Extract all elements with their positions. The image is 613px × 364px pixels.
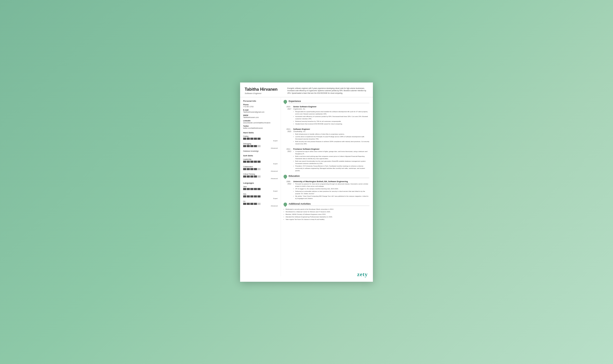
entry-company-2: Cloudwallop, Inc.	[293, 131, 369, 132]
bullet-item: Built security into new product features…	[293, 140, 369, 145]
candidate-title: Software Engineer	[245, 92, 284, 95]
bullet-item: President, XYZ University Young Women in…	[293, 165, 369, 172]
left-column: Personal Info Phone 773-457-2703 E-mail …	[240, 97, 281, 276]
right-column: Experience 2015 -2017 Senior Software En…	[281, 97, 373, 276]
skill-bar-filled	[250, 138, 253, 140]
www-value: TabithaHirvanen.com	[243, 116, 278, 118]
bullet-item: My article, "How Cloud Computing Will Ch…	[293, 195, 369, 200]
bullet-item: Pursued my passion for Java server progr…	[293, 183, 369, 187]
skill-sql: SQL Expert	[243, 193, 278, 199]
edu-title-1: University of Washington Bothell, BA, So…	[293, 180, 369, 183]
hard-skills-title: Hard Skills	[243, 132, 278, 134]
entry-dates-2: 2013 -2015	[284, 128, 291, 145]
page-wrapper: Tabitha Hirvanen Software Engineer Energ…	[128, 18, 485, 346]
bullet-item: Led the drive to implement the Principle…	[293, 136, 369, 140]
candidate-summary: Energetic software engineer with 5 years…	[287, 87, 368, 95]
entry-title-3: Freelance Software Engineer	[293, 148, 369, 150]
education-heading: Education	[289, 175, 369, 178]
edu-dates-1: 2008 -2012	[284, 180, 291, 200]
entry-content-1: Senior Software Engineer Cryptoconic, In…	[293, 105, 369, 125]
experience-icon	[283, 99, 288, 104]
bullet-item: VP of Jugger-Is, the campus machine lear…	[293, 188, 369, 190]
education-icon	[283, 174, 288, 179]
skill-java: Java Expert	[243, 186, 278, 192]
entry-content-3: Freelance Software Engineer Composed an …	[293, 148, 369, 172]
www-label: WWW	[243, 114, 278, 116]
skill-collaboration: Collaboration Advanced	[243, 166, 278, 172]
bullet-item: Take regular Tae Kwon Do classes to keep…	[284, 218, 369, 221]
bullet-item: Attended the Software Engineering Profes…	[284, 216, 369, 218]
bullet-item: Built new search functionality into the …	[293, 160, 369, 165]
soft-skills-title: Soft Skills	[243, 155, 278, 157]
entry-title-2: Software Engineer	[293, 128, 369, 130]
twitter-label: Twitter	[243, 125, 278, 127]
bullet-item: Headed team that received 2016 BOSSIE aw…	[293, 123, 369, 125]
skill-bar-filled	[257, 138, 261, 140]
languages-title: Languages	[243, 182, 278, 184]
twitter-value: twitter.com/tabithahirvanen	[243, 127, 278, 129]
linkedin-label: LinkedIn	[243, 120, 278, 122]
entry-bullets-2: Built infrastructure to handle millions …	[293, 133, 369, 145]
resume-document: Tabitha Hirvanen Software Engineer Energ…	[240, 83, 373, 282]
experience-entry-2: 2013 -2015 Software Engineer Cloudwallop…	[284, 128, 369, 145]
bullet-item: Increased code efficiency of customer po…	[293, 115, 369, 120]
skill-critical-thinking: Critical Thinking Advanced	[243, 173, 278, 179]
entry-dates-3: 2012 -2013	[284, 148, 291, 172]
additional-heading: Additional Activities	[289, 203, 369, 206]
bullet-item: Moderated a security panel at the Develo…	[284, 208, 369, 210]
phone-label: Phone	[243, 104, 278, 105]
entry-content-2: Software Engineer Cloudwallop, Inc. Buil…	[293, 128, 369, 145]
bullet-item: Reduced security breaches by 73% for all…	[293, 120, 369, 123]
bullet-item: Member, IAENG Society of Software Engine…	[284, 213, 369, 216]
skill-coding: Coding Expert	[243, 135, 278, 142]
header-left: Tabitha Hirvanen Software Engineer	[245, 87, 284, 95]
additional-icon	[283, 202, 288, 207]
experience-entry-3: 2012 -2013 Freelance Software Engineer C…	[284, 148, 369, 172]
additional-section-header: Additional Activities	[284, 203, 369, 206]
skill-debugging: Debugging Advanced	[243, 143, 278, 149]
entry-company-1: Cryptoconic, Inc.	[293, 108, 369, 110]
phone-value: 773-457-2703	[243, 106, 278, 108]
candidate-name: Tabitha Hirvanen	[245, 87, 284, 92]
resume-body: Personal Info Phone 773-457-2703 E-mail …	[240, 97, 373, 276]
bullet-item: Composed an app to allow voice control o…	[293, 150, 369, 155]
skill-csharp: C# Advanced	[243, 201, 278, 207]
experience-heading: Experience	[289, 100, 369, 103]
skill-leadership: Leadership Expert	[243, 158, 278, 165]
edu-bullets-1: Pursued my passion for Java server progr…	[293, 183, 369, 200]
bullet-item: Built a real time stock picking app that…	[293, 155, 369, 160]
experience-section-header: Experience	[284, 100, 369, 103]
additional-bullets: Moderated a security panel at the Develo…	[284, 208, 369, 221]
edu-content-1: University of Washington Bothell, BA, So…	[293, 180, 369, 200]
entry-bullets-3: Composed an app to allow voice control o…	[293, 150, 369, 172]
resume-header: Tabitha Hirvanen Software Engineer Energ…	[240, 83, 373, 97]
entry-dates-1: 2015 -2017	[284, 105, 291, 125]
skill-bar-filled	[254, 138, 257, 140]
bullet-item: Responsible for spearheading teams that …	[293, 111, 369, 115]
education-section-header: Education	[284, 175, 369, 178]
skill-database: Database knowledge	[243, 150, 278, 152]
bullet-item: Delivered an actionable webinar on best …	[293, 190, 369, 195]
personal-info-title: Personal Info	[243, 100, 278, 102]
bullet-item: Shortlisted for a National Center for Wo…	[284, 211, 369, 213]
bullet-item: Built infrastructure to handle millions …	[293, 133, 369, 135]
linkedin-value: www.linkedin.com/in/tabitha-hirvanen	[243, 122, 278, 124]
entry-bullets-1: Responsible for spearheading teams that …	[293, 111, 369, 125]
skill-bar-filled	[247, 138, 250, 140]
entry-title-1: Senior Software Engineer	[293, 105, 369, 108]
skill-bar-filled	[243, 138, 246, 140]
email-label: E-mail	[243, 109, 278, 111]
zety-watermark: zety	[357, 271, 368, 278]
education-entry-1: 2008 -2012 University of Washington Both…	[284, 180, 369, 200]
experience-entry-1: 2015 -2017 Senior Software Engineer Cryp…	[284, 105, 369, 125]
email-value: TabithaHirvanen@gmail.com	[243, 111, 278, 113]
